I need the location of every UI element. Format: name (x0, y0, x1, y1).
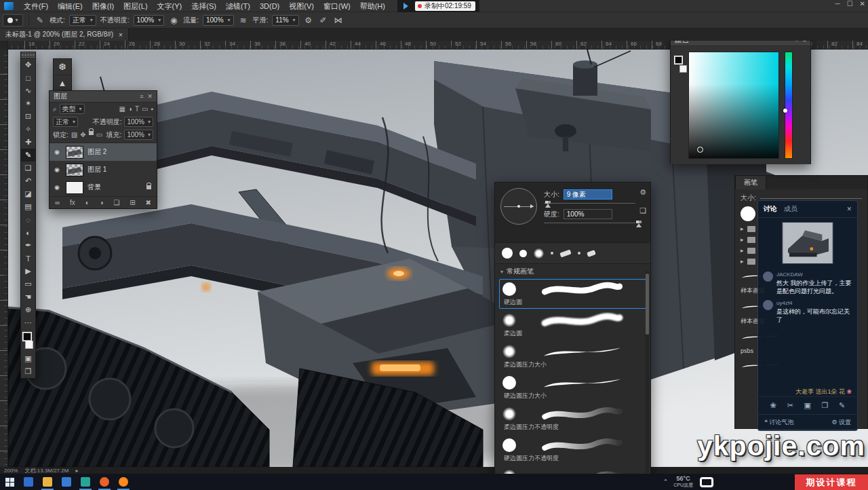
symmetry-icon[interactable]: ⋈ (333, 16, 344, 25)
lasso-tool[interactable]: ∿ (21, 84, 35, 97)
brush-size-slider[interactable] (544, 201, 645, 206)
screen-share-icon[interactable]: ❐ (821, 401, 828, 410)
panel-color-swatches[interactable] (674, 56, 688, 73)
eraser-tool[interactable]: ◪ (21, 187, 35, 200)
brush-preset[interactable]: 柔边圆 (499, 310, 646, 340)
eye-icon[interactable]: ◉ (52, 166, 62, 173)
taskbar-chrome[interactable] (95, 474, 114, 490)
filter-pixel-icon[interactable]: ▦ (119, 105, 125, 113)
chevron-right-icon[interactable]: ▸ (741, 236, 744, 243)
clone-stamp-tool[interactable]: ❏ (21, 162, 35, 174)
recent-brush-hard-small[interactable] (519, 250, 527, 257)
zoom-tool[interactable]: ⊕ (21, 303, 35, 316)
background-color-swatch[interactable] (25, 341, 33, 349)
brush-preset[interactable]: 硬边圆压力不透明度 (499, 435, 646, 465)
recent-brush-soft[interactable] (534, 248, 544, 259)
draw-icon[interactable]: ✎ (839, 401, 845, 410)
close-icon[interactable]: × (119, 31, 123, 39)
hue-slider[interactable] (785, 52, 793, 159)
chat-settings[interactable]: ⚙ 设置 (831, 418, 851, 427)
pressure-opacity-icon[interactable]: ◉ (168, 16, 179, 25)
chevron-right-icon[interactable]: ▸ (741, 225, 744, 232)
layer-thumbnail[interactable] (66, 164, 83, 176)
brush-tool[interactable]: ✎ (21, 149, 35, 162)
healing-brush-tool[interactable]: ✚ (21, 136, 35, 149)
flow-select[interactable]: 100%▾ (203, 15, 234, 26)
layer-mask-icon[interactable]: ◐ (85, 199, 90, 206)
opacity-select[interactable]: 100%▾ (134, 15, 165, 26)
pen-tool[interactable]: ✒ (21, 239, 35, 252)
chevron-right-icon[interactable]: ▸ (741, 247, 744, 254)
recent-brush-dot2[interactable] (578, 252, 580, 255)
maximize-button[interactable]: ☐ (847, 0, 853, 7)
document-tab[interactable]: 未标题-1 @ 200% (图层 2, RGB/8#) × (0, 29, 129, 41)
status-arrow-icon[interactable]: ▸ (75, 468, 78, 474)
lock-transparency-icon[interactable]: ▨ (71, 131, 77, 138)
marquee-tool[interactable]: □ (21, 71, 35, 84)
close-icon[interactable]: ✕ (846, 206, 852, 212)
flower-icon[interactable]: ❀ (770, 401, 776, 410)
tray-chevron-icon[interactable]: ⌃ (663, 478, 669, 485)
color-picker-circle[interactable] (697, 147, 703, 153)
menu-item-9[interactable]: 窗口(W) (319, 0, 355, 12)
path-select-tool[interactable]: ▶ (21, 265, 35, 278)
move-tool[interactable]: ✥ (21, 58, 35, 71)
background-color-swatch[interactable] (679, 65, 687, 73)
smoothing-select[interactable]: 11%▾ (272, 15, 298, 26)
tab-members[interactable]: 成员 (784, 204, 797, 214)
layers-panel-header[interactable]: 图层 ≡✕ (50, 91, 157, 102)
menu-item-2[interactable]: 图像(I) (87, 0, 119, 12)
menu-item-8[interactable]: 视图(V) (284, 0, 319, 12)
layer-row[interactable]: ◉图层 1 (50, 161, 157, 178)
scrollbar[interactable] (646, 271, 649, 473)
brush-preset[interactable]: 硬边圆 (499, 279, 646, 309)
layer-effects-icon[interactable]: fx (70, 199, 75, 206)
blur-tool[interactable]: ◌ (21, 213, 35, 226)
magic-wand-tool[interactable]: ✶ (21, 97, 35, 110)
link-layers-icon[interactable]: ∞ (55, 199, 60, 206)
close-icon[interactable]: ✕ (147, 93, 153, 100)
brush-hardness-slider[interactable] (544, 221, 645, 226)
minimize-button[interactable]: ─ (835, 0, 840, 7)
brush-preset[interactable]: 硬边圆压力大小 (499, 373, 646, 402)
layer-row[interactable]: ◉图层 2 (50, 143, 157, 161)
brush-angle-preview[interactable] (500, 188, 537, 225)
eye-icon[interactable]: ◉ (52, 184, 62, 191)
lock-position-icon[interactable]: ✥ (80, 131, 85, 138)
hand-tool[interactable]: ☚ (21, 290, 35, 303)
layer-opacity-select[interactable]: 100%▾ (124, 117, 153, 127)
brush-folder[interactable]: ▸ (741, 236, 755, 243)
layer-filter-select[interactable]: 类型▾ (60, 104, 85, 114)
recent-brush-flat2[interactable] (587, 250, 596, 257)
gradient-tool[interactable]: ▤ (21, 200, 35, 213)
brush-preset[interactable]: 柔边圆压力不透明度 (499, 404, 646, 434)
mode-select[interactable]: 正常▾ (69, 15, 96, 26)
image-icon[interactable]: ▣ (804, 401, 810, 410)
shape-tool[interactable]: ▭ (21, 278, 35, 290)
menu-item-0[interactable]: 文件(F) (19, 0, 53, 12)
eyedropper-tool[interactable]: ✧ (21, 123, 35, 136)
gear-icon[interactable]: ⚙ (639, 188, 646, 197)
close-button[interactable]: ✕ (860, 0, 865, 7)
filter-adjust-icon[interactable]: ◑ (128, 105, 132, 113)
type-tool[interactable]: T (21, 252, 35, 265)
shared-image-thumbnail[interactable] (782, 222, 833, 264)
tool-preset-picker[interactable]: ▾ (3, 14, 23, 26)
dodge-tool[interactable]: ◐ (21, 226, 35, 239)
filter-shape-icon[interactable]: ▭ (142, 105, 148, 113)
screen-mode-button[interactable]: ❐ (21, 365, 35, 378)
taskbar-store[interactable] (76, 474, 95, 490)
layer-group-icon[interactable]: ❏ (113, 199, 119, 206)
brush-folder[interactable]: ▸ (741, 247, 755, 254)
blend-mode-select[interactable]: 正常▾ (53, 117, 78, 127)
brush-size-input[interactable]: 9 像素 (564, 189, 612, 200)
adjustment-layer-icon[interactable]: ◑ (100, 199, 104, 206)
history-brush-tool[interactable]: ↶ (21, 174, 35, 187)
menu-item-3[interactable]: 图层(L) (119, 0, 152, 12)
brush-group-header[interactable]: ▾常规画笔 (495, 264, 650, 279)
brush-panel-toggle-icon[interactable]: ✎ (35, 16, 45, 25)
menu-item-6[interactable]: 滤镜(T) (221, 0, 255, 12)
hue-indicator[interactable] (783, 109, 787, 113)
layer-thumbnail[interactable] (66, 146, 83, 159)
chevron-right-icon[interactable]: ▸ (741, 258, 744, 265)
